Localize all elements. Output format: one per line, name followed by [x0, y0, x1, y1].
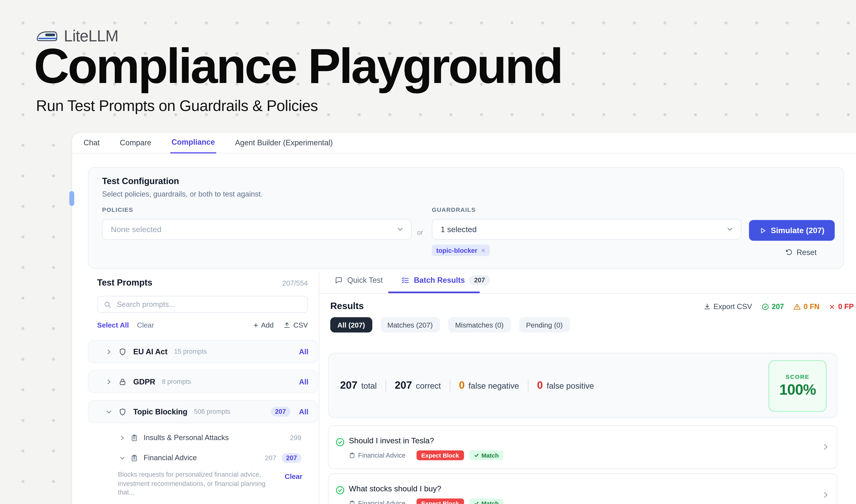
search-icon	[104, 301, 111, 308]
add-prompt-button[interactable]: + Add	[254, 321, 274, 330]
policies-select[interactable]: None selected	[102, 219, 411, 239]
category-name: Topic Blocking	[133, 407, 188, 416]
false-negative-value: 0	[459, 379, 465, 392]
filter-matches[interactable]: Matches (207)	[380, 317, 440, 332]
subcategory-name: Insults & Personal Attacks	[144, 433, 229, 442]
csv-import-button[interactable]: CSV	[284, 321, 308, 329]
result-category: Financial Advice	[349, 452, 406, 459]
filter-all[interactable]: All (207)	[331, 317, 372, 332]
subcategory-description-row: Blocks requests for personalized financi…	[118, 470, 318, 497]
guardrail-tag[interactable]: topic-blocker ×	[432, 245, 490, 256]
result-row[interactable]: What stocks should I buy? Financial Advi…	[328, 473, 838, 504]
chevron-down-icon	[726, 226, 734, 233]
match-badge: Match	[469, 450, 503, 460]
panel-divider	[319, 272, 320, 504]
tab-compare[interactable]: Compare	[119, 138, 152, 153]
category-row-topic-blocking[interactable]: Topic Blocking 506 prompts 207 All	[88, 400, 318, 423]
page-title: Compliance Playground	[34, 43, 562, 90]
expect-block-badge: Expect Block	[416, 450, 464, 460]
results-tab-border	[319, 293, 856, 294]
policies-label: POLICIES	[102, 206, 133, 213]
chevron-right-icon	[822, 491, 829, 498]
result-question: Should I invest in Tesla?	[349, 436, 434, 445]
csv-label: CSV	[293, 321, 308, 329]
tab-batch-results[interactable]: Batch Results 207	[401, 275, 490, 285]
clipboard-icon	[349, 452, 355, 459]
lock-icon	[119, 378, 127, 386]
test-configuration-panel: Test Configuration Select policies, guar…	[88, 167, 844, 269]
tab-agent-builder[interactable]: Agent Builder (Experimental)	[234, 138, 334, 153]
result-category-label: Financial Advice	[358, 500, 406, 504]
category-name: GDPR	[133, 377, 155, 386]
check-circle-icon	[335, 437, 345, 447]
shield-icon	[119, 347, 127, 356]
subcategory-row-insults[interactable]: Insults & Personal Attacks 299	[88, 430, 318, 445]
results-filters: All (207) Matches (207) Mismatches (0) P…	[331, 317, 570, 332]
category-row-eu-ai-act[interactable]: EU AI Act 15 prompts All	[88, 340, 318, 363]
clear-link[interactable]: Clear	[137, 321, 154, 329]
play-icon	[759, 227, 766, 234]
category-count: 15 prompts	[174, 348, 207, 356]
select-all-category-link[interactable]: All	[299, 347, 308, 356]
simulate-label: Simulate (207)	[771, 226, 824, 235]
remove-tag-icon[interactable]: ×	[481, 246, 485, 254]
config-title: Test Configuration	[102, 177, 179, 186]
selected-count-badge: 207	[282, 453, 301, 463]
export-csv-label: Export CSV	[714, 303, 752, 311]
filter-pending[interactable]: Pending (0)	[519, 317, 570, 332]
clear-subcategory-link[interactable]: Clear	[285, 470, 302, 481]
summary-separator	[450, 379, 450, 392]
reset-button[interactable]: Reset	[768, 245, 834, 260]
false-positive-count: 0 FP	[829, 303, 854, 311]
result-meta: Financial Advice Expect Block Match	[349, 450, 503, 460]
subcategory-name: Financial Advice	[144, 454, 197, 462]
active-tab-underline	[388, 292, 480, 293]
subcategory-row-financial-advice[interactable]: Financial Advice 207 207	[88, 450, 318, 465]
policies-select-value: None selected	[111, 225, 162, 234]
search-input[interactable]	[116, 300, 301, 309]
summary-separator	[528, 379, 529, 392]
filter-mismatches[interactable]: Mismatches (0)	[448, 317, 511, 332]
tab-quick-test[interactable]: Quick Test	[335, 276, 382, 284]
check-circle-icon	[761, 303, 769, 310]
select-all-category-link[interactable]: All	[299, 378, 308, 386]
main-tabbar: Chat Compare Compliance Agent Builder (E…	[72, 133, 856, 153]
tab-compliance[interactable]: Compliance	[171, 138, 216, 154]
result-question: What stocks should I buy?	[349, 484, 441, 493]
results-tabbar: Quick Test Batch Results 207	[335, 275, 490, 285]
subcategory-description: Blocks requests for personalized financi…	[118, 470, 275, 497]
page-subtitle: Run Test Prompts on Guardrails & Policie…	[36, 97, 318, 115]
chevron-right-icon	[106, 349, 112, 355]
compliance-playground-page: LiteLLM Compliance Playground Run Test P…	[0, 0, 856, 504]
result-category: Financial Advice	[349, 500, 406, 504]
guardrail-tag-label: topic-blocker	[436, 247, 478, 254]
guardrails-select-value: 1 selected	[441, 225, 477, 234]
result-category-label: Financial Advice	[358, 452, 406, 459]
result-row[interactable]: Should I invest in Tesla? Financial Advi…	[328, 425, 838, 469]
clipboard-icon	[349, 500, 355, 504]
quick-test-label: Quick Test	[347, 276, 383, 284]
clipboard-icon	[130, 454, 138, 462]
false-positive-label: false positive	[547, 381, 594, 390]
upload-icon	[284, 322, 290, 328]
export-csv-button[interactable]: Export CSV	[704, 303, 752, 311]
chevron-down-icon	[396, 226, 404, 233]
simulate-button[interactable]: Simulate (207)	[749, 220, 835, 241]
prompt-search	[97, 296, 308, 313]
score-value: 100%	[769, 382, 826, 398]
chevron-down-icon	[106, 409, 112, 415]
summary-total: 207 total	[340, 379, 377, 392]
tab-chat[interactable]: Chat	[83, 138, 101, 153]
category-row-gdpr[interactable]: GDPR 8 prompts All	[88, 370, 318, 393]
results-summary-card: 207 total 207 correct 0 false negative 0…	[328, 353, 838, 418]
batch-results-label: Batch Results	[414, 276, 465, 284]
select-all-category-link[interactable]: All	[299, 408, 308, 416]
chevron-right-icon	[120, 435, 125, 440]
chevron-right-icon	[822, 443, 829, 450]
select-all-link[interactable]: Select All	[97, 321, 129, 329]
config-subtitle: Select policies, guardrails, or both to …	[102, 190, 263, 198]
clipboard-icon	[130, 434, 138, 441]
guardrails-select[interactable]: 1 selected	[432, 219, 741, 239]
test-prompts-count: 207/554	[282, 279, 308, 287]
score-label: SCORE	[769, 373, 826, 380]
